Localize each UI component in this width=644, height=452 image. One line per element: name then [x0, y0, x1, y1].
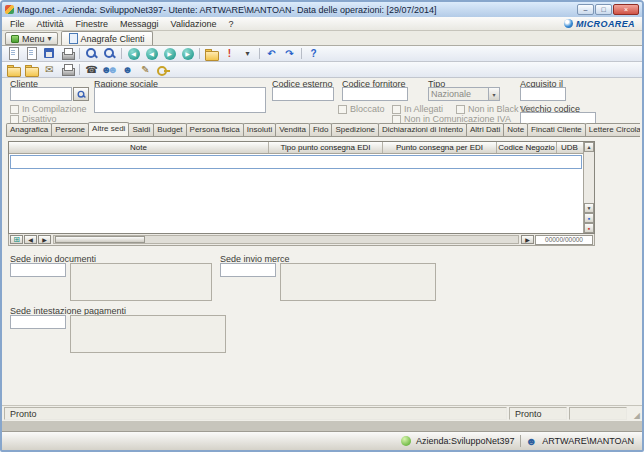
sede-intestazione-pagamenti-code-input[interactable] [10, 315, 66, 329]
tab-dichiarazioni-di-intento[interactable]: Dichiarazioni di Intento [378, 123, 467, 136]
maximize-button[interactable]: □ [595, 4, 612, 15]
edit-document-button[interactable] [23, 47, 40, 61]
codice-esterno-input[interactable] [272, 87, 334, 101]
browse-button[interactable] [203, 47, 220, 61]
checkbox-in-allegati-label: In Allegati [404, 104, 443, 114]
nav-prev-button[interactable]: ◀ [143, 47, 160, 61]
undo-button[interactable]: ↶ [263, 47, 280, 61]
cliente-lookup-button[interactable] [73, 87, 89, 101]
menu-file[interactable]: File [4, 19, 31, 29]
checkbox-in-compilazione[interactable]: In Compilazione [10, 104, 87, 114]
nav-next-button[interactable]: ▶ [161, 47, 178, 61]
grid-body[interactable] [9, 170, 583, 233]
document-tabbar: Menu ▾ Anagrafe Clienti [2, 31, 642, 46]
grid-column-udb[interactable]: UDB [557, 142, 582, 153]
user-button[interactable]: ☻ [119, 63, 136, 77]
grid-vertical-scrollbar[interactable]: ▲ ▼ ▪ ▪ [583, 142, 594, 233]
menu-help[interactable]: ? [222, 19, 239, 29]
tab-persone[interactable]: Persone [51, 123, 89, 136]
grid-next-row-button[interactable]: ▶ [38, 235, 51, 244]
tab-vendita[interactable]: Vendita [275, 123, 310, 136]
codice-fornitore-input[interactable] [342, 87, 408, 101]
tab-budget[interactable]: Budget [153, 123, 186, 136]
grid-menu-button[interactable]: ⊞ [10, 235, 23, 244]
print-list-button[interactable] [59, 63, 76, 77]
grid-prev-row-button[interactable]: ◀ [24, 235, 37, 244]
grid-column-punto-consegna-per-edi[interactable]: Punto consegna per EDI [383, 142, 497, 153]
actions-dropdown-button[interactable]: ▾ [239, 47, 256, 61]
toolbar-separator [259, 48, 260, 59]
sede-invio-documenti-code-input[interactable] [10, 263, 66, 277]
tab-altre-sedi[interactable]: Altre sedi [88, 122, 129, 137]
minimize-button[interactable]: – [577, 4, 594, 15]
redo-button[interactable]: ↷ [281, 47, 298, 61]
statusbar-separator [520, 435, 521, 447]
save-button[interactable] [41, 47, 58, 61]
ragione-sociale-input[interactable] [94, 87, 266, 113]
scroll-right-button[interactable]: ▶ [521, 235, 534, 244]
tab-spedizione[interactable]: Spedizione [331, 123, 379, 136]
checkbox-non-in-black-list[interactable]: Non in Black List [456, 104, 535, 114]
tab-insoluti[interactable]: Insoluti [243, 123, 276, 136]
menu-button[interactable]: Menu ▾ [5, 32, 58, 45]
find-button[interactable] [101, 47, 118, 61]
print-button[interactable] [59, 47, 76, 61]
validate-button[interactable]: ! [221, 47, 238, 61]
menu-button-icon [11, 35, 19, 43]
anagrafe-clienti-form: Cliente Ragione sociale Codice esterno C… [2, 78, 642, 405]
window-controls: – □ × [577, 4, 639, 15]
resize-grip[interactable]: ◢ [629, 407, 640, 420]
folder-new-button[interactable] [5, 63, 22, 77]
checkbox-in-allegati[interactable]: In Allegati [392, 104, 443, 114]
phone-button[interactable]: ☎ [83, 63, 100, 77]
tab-anagrafe-clienti[interactable]: Anagrafe Clienti [61, 31, 153, 45]
menu-finestre[interactable]: Finestre [70, 19, 115, 29]
grid-column-tipo-punto-consegna-edi[interactable]: Tipo punto consegna EDI [269, 142, 383, 153]
grid-cancel-button[interactable]: ▪ [584, 223, 594, 233]
notes-button[interactable]: ✎ [137, 63, 154, 77]
scroll-track[interactable] [584, 152, 594, 203]
mail-icon: ✉ [45, 64, 53, 75]
security-button[interactable] [155, 63, 172, 77]
tab-persona-fisica[interactable]: Persona fisica [186, 123, 244, 136]
scroll-thumb[interactable] [55, 236, 145, 243]
grid-horizontal-scrollbar[interactable] [53, 235, 519, 244]
tab-fincati-cliente[interactable]: Fincati Cliente [527, 123, 586, 136]
grid-column-codice-negozio[interactable]: Codice Negozio [497, 142, 557, 153]
tab-altri-dati[interactable]: Altri Dati [466, 123, 504, 136]
toolbar-separator [301, 48, 302, 59]
checkbox-bloccato[interactable]: Bloccato [338, 104, 385, 114]
grid-current-row[interactable] [10, 155, 582, 169]
scroll-up-icon[interactable]: ▲ [584, 142, 594, 152]
tipo-select[interactable]: Nazionale ▾ [428, 87, 500, 101]
tab-note[interactable]: Note [503, 123, 528, 136]
grid-column-note[interactable]: Note [9, 142, 269, 153]
cliente-input[interactable] [10, 87, 72, 101]
save-icon [42, 47, 57, 60]
nav-last-button[interactable]: ▶ [179, 47, 196, 61]
mail-button[interactable]: ✉ [41, 63, 58, 77]
folder-open-button[interactable] [23, 63, 40, 77]
sede-invio-merce-code-input[interactable] [220, 263, 276, 277]
grid-options-button[interactable]: ▪ [584, 213, 594, 223]
contacts-button[interactable]: ☻☻ [101, 63, 118, 77]
menu-validazione[interactable]: Validazione [165, 19, 223, 29]
menu-attivita[interactable]: Attività [31, 19, 70, 29]
search-button[interactable] [83, 47, 100, 61]
notes-icon: ✎ [141, 64, 149, 75]
tab-saldi[interactable]: Saldi [128, 123, 154, 136]
new-document-button[interactable] [5, 47, 22, 61]
help-button[interactable]: ? [305, 47, 322, 61]
grid-header: Note Tipo punto consegna EDI Punto conse… [9, 142, 583, 154]
nav-next-icon: ▶ [164, 48, 176, 60]
nav-first-button[interactable]: ◀ [125, 47, 142, 61]
tab-fido[interactable]: Fido [309, 123, 333, 136]
acquisito-il-input[interactable] [520, 87, 566, 101]
document-icon [69, 33, 78, 44]
close-button[interactable]: × [613, 4, 639, 15]
scroll-down-icon[interactable]: ▼ [584, 203, 594, 213]
document-statusbar: Pronto Pronto ◢ [2, 405, 642, 421]
tab-lettere-circolari[interactable]: Lettere Circolari [585, 123, 640, 136]
menu-messaggi[interactable]: Messaggi [114, 19, 165, 29]
tab-anagrafica[interactable]: Anagrafica [6, 123, 52, 136]
